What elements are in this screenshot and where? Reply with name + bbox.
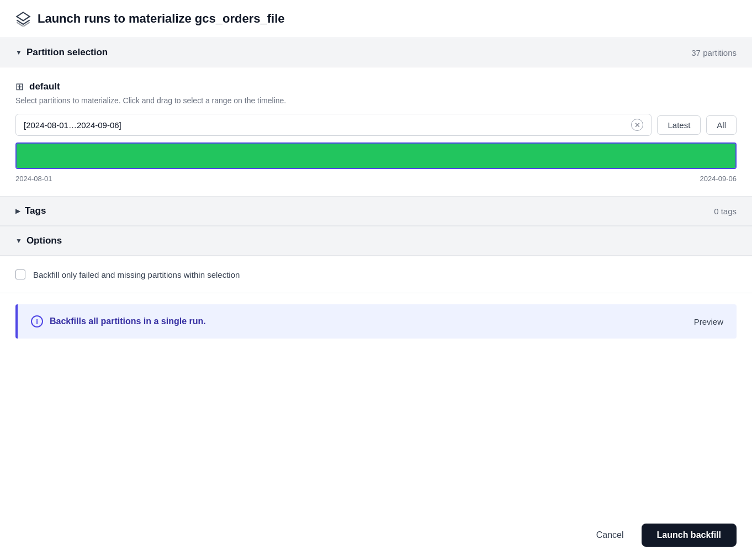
partition-count: 37 partitions — [691, 48, 737, 57]
cancel-button[interactable]: Cancel — [587, 525, 633, 546]
tags-chevron-icon: ▶ — [15, 207, 20, 215]
options-section: ▼ Options — [0, 226, 752, 256]
dialog-header: Launch runs to materialize gcs_orders_fi… — [0, 0, 752, 38]
partition-content: ⊞ default Select partitions to materiali… — [0, 67, 752, 197]
partition-input-row: [2024-08-01…2024-09-06] ✕ Latest All — [15, 114, 737, 136]
timeline-end-date: 2024-09-06 — [700, 175, 737, 183]
backfill-checkbox-label: Backfill only failed and missing partiti… — [33, 270, 240, 279]
partition-section-title: Partition selection — [27, 47, 108, 58]
info-banner-text: Backfills all partitions in a single run… — [50, 316, 206, 326]
grid-icon: ⊞ — [15, 81, 24, 93]
dialog-title: Launch runs to materialize gcs_orders_fi… — [38, 12, 284, 26]
timeline-start-date: 2024-08-01 — [15, 175, 52, 183]
partition-range-input[interactable]: [2024-08-01…2024-09-06] ✕ — [15, 114, 652, 136]
options-section-title: Options — [27, 235, 62, 246]
launch-backfill-button[interactable]: Launch backfill — [642, 524, 737, 547]
options-chevron-icon: ▼ — [15, 237, 22, 245]
clear-range-button[interactable]: ✕ — [631, 119, 643, 131]
partition-range-value: [2024-08-01…2024-09-06] — [24, 120, 631, 130]
info-icon: i — [31, 315, 43, 327]
preview-button[interactable]: Preview — [694, 317, 723, 326]
partition-hint: Select partitions to materialize. Click … — [15, 96, 737, 105]
options-section-header[interactable]: ▼ Options — [0, 226, 752, 256]
timeline-container[interactable] — [15, 142, 737, 169]
info-banner: i Backfills all partitions in a single r… — [15, 304, 737, 339]
backfill-checkbox[interactable] — [15, 270, 25, 279]
partition-group-name: default — [29, 81, 60, 92]
layers-icon — [15, 11, 31, 27]
tags-section: ▶ Tags 0 tags — [0, 197, 752, 226]
partition-chevron-icon: ▼ — [15, 49, 22, 56]
tags-count: 0 tags — [714, 207, 737, 216]
partition-section-header[interactable]: ▼ Partition selection 37 partitions — [0, 38, 752, 67]
tags-section-title: Tags — [25, 205, 46, 216]
dialog-footer: Cancel Launch backfill — [0, 510, 752, 560]
svg-marker-0 — [17, 12, 29, 20]
timeline-bar — [17, 144, 735, 168]
tags-section-header[interactable]: ▶ Tags 0 tags — [0, 197, 752, 226]
latest-button[interactable]: Latest — [657, 115, 701, 135]
backfill-option-row: Backfill only failed and missing partiti… — [0, 256, 752, 293]
all-button[interactable]: All — [706, 115, 737, 135]
timeline-labels: 2024-08-01 2024-09-06 — [15, 175, 737, 183]
